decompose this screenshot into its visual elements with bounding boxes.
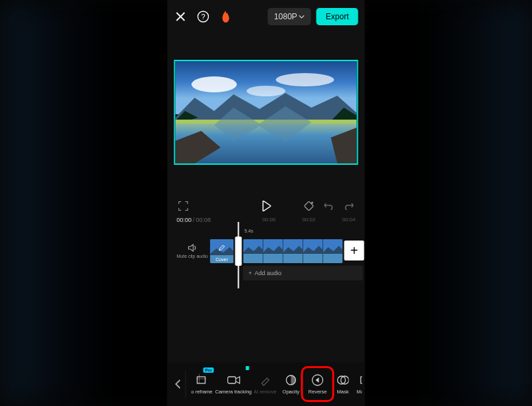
- tool-auto-reframe[interactable]: Pro o reframe: [189, 366, 215, 402]
- svg-rect-22: [227, 377, 235, 383]
- chevron-down-icon: [299, 15, 305, 19]
- clip-frame: [243, 239, 263, 263]
- play-icon: [261, 201, 271, 211]
- eraser-icon: [259, 374, 271, 386]
- svg-point-8: [311, 202, 313, 204]
- new-badge: [245, 366, 249, 370]
- motion-icon: [358, 374, 362, 386]
- topbar: ? 1080P Export: [168, 0, 365, 33]
- tool-label: Mask: [337, 389, 349, 395]
- clip-frame: [263, 239, 283, 263]
- tool-label: AI remove: [253, 389, 276, 395]
- flame-button[interactable]: [219, 10, 233, 23]
- tool-label: Opacity: [283, 389, 299, 395]
- time-separator: /: [193, 217, 195, 223]
- tool-opacity[interactable]: Opacity: [279, 366, 304, 402]
- tool-motion[interactable]: Motion: [354, 366, 362, 402]
- fullscreen-button[interactable]: [177, 199, 190, 213]
- svg-text:?: ?: [201, 13, 205, 21]
- clip-frame: [303, 239, 323, 263]
- playback-right-group: [303, 199, 356, 213]
- resolution-label: 1080P: [274, 12, 297, 21]
- svg-point-4: [276, 73, 334, 86]
- preview-image: [176, 61, 357, 163]
- total-time: 00:08: [196, 217, 211, 223]
- crop-icon: [196, 374, 208, 386]
- diamond-icon: [305, 201, 314, 211]
- svg-rect-21: [198, 377, 205, 383]
- camera-icon: [227, 375, 240, 385]
- mask-icon: [337, 374, 349, 386]
- add-clip-button[interactable]: +: [344, 241, 364, 260]
- keyframe-button[interactable]: [303, 199, 316, 213]
- redo-button[interactable]: [342, 199, 356, 213]
- time-row: 00:00 / 00:08 00:00 00:02 00:04: [168, 217, 365, 229]
- video-editor-app: ? 1080P Export: [168, 0, 365, 406]
- svg-point-3: [192, 76, 237, 92]
- close-button[interactable]: [174, 10, 188, 23]
- clip-duration: 5.4s: [245, 229, 253, 233]
- redo-icon: [344, 202, 354, 210]
- tool-reverse[interactable]: Reverse: [304, 366, 332, 402]
- pro-badge: Pro: [203, 367, 213, 373]
- add-audio-label: Add audio: [255, 270, 282, 276]
- export-button[interactable]: Export: [317, 8, 358, 25]
- tick: 00:02: [302, 217, 315, 223]
- tool-mask[interactable]: Mask: [332, 366, 354, 402]
- play-button[interactable]: [259, 199, 273, 213]
- playhead-line[interactable]: [238, 222, 239, 288]
- playback-controls: [168, 191, 365, 217]
- svg-point-5: [247, 86, 286, 96]
- help-button[interactable]: ?: [197, 10, 210, 23]
- tools-scroll[interactable]: Pro o reframe Camera tracking AI remove …: [189, 366, 362, 402]
- video-preview[interactable]: [174, 60, 358, 165]
- opacity-icon: [285, 374, 297, 386]
- pencil-icon: [219, 242, 225, 254]
- video-clip[interactable]: [243, 239, 343, 263]
- cover-button[interactable]: Cover: [210, 239, 234, 263]
- clip-frame: [283, 239, 303, 263]
- time-ticks: 00:00 00:02 00:04: [262, 217, 355, 223]
- bottom-toolbar: Pro o reframe Camera tracking AI remove …: [168, 362, 365, 406]
- plus-icon: +: [249, 270, 252, 276]
- tool-label: Motion: [356, 389, 362, 395]
- clip-frame: [323, 239, 343, 263]
- tool-label: Camera tracking: [215, 389, 252, 395]
- current-time: 00:00: [177, 217, 192, 223]
- mute-clip-audio-button[interactable]: Mute clip audio: [177, 243, 208, 259]
- cover-label: Cover: [215, 257, 228, 263]
- mute-label: Mute clip audio: [177, 254, 208, 259]
- reverse-icon: [311, 373, 325, 387]
- tool-label: Reverse: [309, 389, 327, 395]
- tick: 00:04: [342, 217, 355, 223]
- undo-button[interactable]: [323, 199, 336, 213]
- tool-label: o reframe: [191, 389, 212, 395]
- tool-ai-remove[interactable]: AI remove: [252, 366, 279, 402]
- speaker-icon: [188, 243, 197, 253]
- tick: 00:00: [262, 217, 275, 223]
- time-display: 00:00 / 00:08: [177, 217, 211, 223]
- toolbar-back-button[interactable]: [170, 371, 186, 397]
- fullscreen-icon: [179, 201, 188, 211]
- timeline[interactable]: Mute clip audio Cover 5.4s + + Add audio: [168, 235, 365, 295]
- resolution-button[interactable]: 1080P: [267, 8, 311, 25]
- undo-icon: [325, 202, 334, 210]
- tool-camera-tracking[interactable]: Camera tracking: [215, 366, 252, 402]
- add-audio-button[interactable]: + Add audio: [243, 266, 363, 280]
- topbar-right: 1080P Export: [267, 8, 358, 25]
- close-icon: [176, 11, 186, 22]
- flame-icon: [221, 11, 231, 23]
- chevron-left-icon: [174, 379, 181, 389]
- topbar-left: ?: [174, 10, 233, 23]
- svg-rect-27: [361, 377, 362, 383]
- help-icon: ?: [198, 11, 209, 23]
